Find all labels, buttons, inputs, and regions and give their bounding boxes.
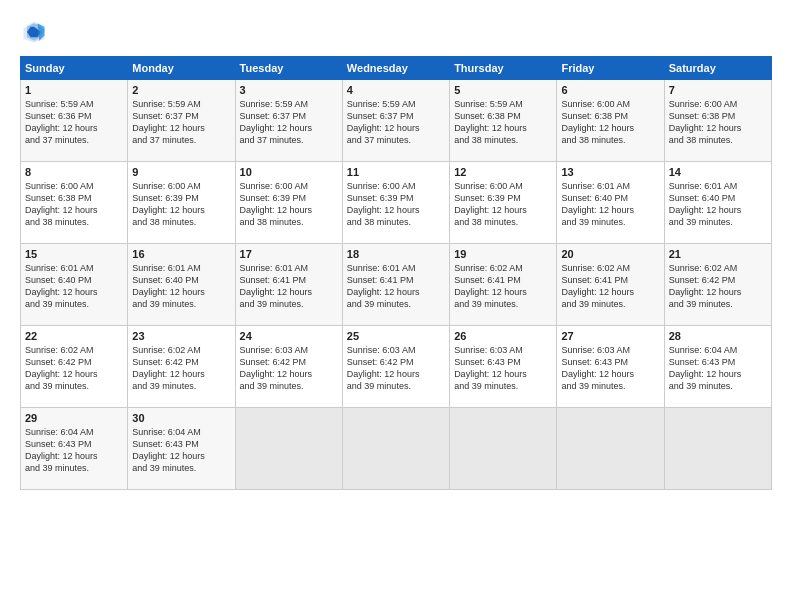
day-number: 18 (347, 248, 445, 260)
calendar-week-1: 1Sunrise: 5:59 AMSunset: 6:36 PMDaylight… (21, 80, 772, 162)
calendar-header-saturday: Saturday (664, 57, 771, 80)
cell-info: Sunrise: 6:01 AMSunset: 6:41 PMDaylight:… (240, 262, 338, 311)
calendar-cell: 13Sunrise: 6:01 AMSunset: 6:40 PMDayligh… (557, 162, 664, 244)
day-number: 14 (669, 166, 767, 178)
calendar-cell: 12Sunrise: 6:00 AMSunset: 6:39 PMDayligh… (450, 162, 557, 244)
calendar-cell: 26Sunrise: 6:03 AMSunset: 6:43 PMDayligh… (450, 326, 557, 408)
day-number: 9 (132, 166, 230, 178)
calendar-cell: 7Sunrise: 6:00 AMSunset: 6:38 PMDaylight… (664, 80, 771, 162)
cell-info: Sunrise: 6:00 AMSunset: 6:39 PMDaylight:… (454, 180, 552, 229)
calendar-header-sunday: Sunday (21, 57, 128, 80)
day-number: 8 (25, 166, 123, 178)
calendar-cell: 22Sunrise: 6:02 AMSunset: 6:42 PMDayligh… (21, 326, 128, 408)
cell-info: Sunrise: 6:00 AMSunset: 6:39 PMDaylight:… (347, 180, 445, 229)
calendar-cell: 27Sunrise: 6:03 AMSunset: 6:43 PMDayligh… (557, 326, 664, 408)
calendar-cell: 1Sunrise: 5:59 AMSunset: 6:36 PMDaylight… (21, 80, 128, 162)
cell-info: Sunrise: 5:59 AMSunset: 6:37 PMDaylight:… (132, 98, 230, 147)
cell-info: Sunrise: 6:02 AMSunset: 6:41 PMDaylight:… (561, 262, 659, 311)
calendar-cell: 17Sunrise: 6:01 AMSunset: 6:41 PMDayligh… (235, 244, 342, 326)
day-number: 24 (240, 330, 338, 342)
cell-info: Sunrise: 6:00 AMSunset: 6:38 PMDaylight:… (669, 98, 767, 147)
calendar-cell: 19Sunrise: 6:02 AMSunset: 6:41 PMDayligh… (450, 244, 557, 326)
calendar-cell: 20Sunrise: 6:02 AMSunset: 6:41 PMDayligh… (557, 244, 664, 326)
calendar-cell: 16Sunrise: 6:01 AMSunset: 6:40 PMDayligh… (128, 244, 235, 326)
cell-info: Sunrise: 6:00 AMSunset: 6:39 PMDaylight:… (132, 180, 230, 229)
calendar-header-friday: Friday (557, 57, 664, 80)
cell-info: Sunrise: 6:02 AMSunset: 6:41 PMDaylight:… (454, 262, 552, 311)
calendar-cell: 9Sunrise: 6:00 AMSunset: 6:39 PMDaylight… (128, 162, 235, 244)
cell-info: Sunrise: 5:59 AMSunset: 6:37 PMDaylight:… (240, 98, 338, 147)
calendar-cell: 11Sunrise: 6:00 AMSunset: 6:39 PMDayligh… (342, 162, 449, 244)
day-number: 26 (454, 330, 552, 342)
day-number: 20 (561, 248, 659, 260)
day-number: 10 (240, 166, 338, 178)
logo (20, 18, 52, 46)
calendar-cell: 5Sunrise: 5:59 AMSunset: 6:38 PMDaylight… (450, 80, 557, 162)
day-number: 21 (669, 248, 767, 260)
calendar-week-3: 15Sunrise: 6:01 AMSunset: 6:40 PMDayligh… (21, 244, 772, 326)
calendar-cell: 10Sunrise: 6:00 AMSunset: 6:39 PMDayligh… (235, 162, 342, 244)
day-number: 28 (669, 330, 767, 342)
calendar-cell: 8Sunrise: 6:00 AMSunset: 6:38 PMDaylight… (21, 162, 128, 244)
day-number: 22 (25, 330, 123, 342)
day-number: 2 (132, 84, 230, 96)
day-number: 15 (25, 248, 123, 260)
cell-info: Sunrise: 6:02 AMSunset: 6:42 PMDaylight:… (669, 262, 767, 311)
cell-info: Sunrise: 6:02 AMSunset: 6:42 PMDaylight:… (25, 344, 123, 393)
cell-info: Sunrise: 6:04 AMSunset: 6:43 PMDaylight:… (25, 426, 123, 475)
calendar-cell: 18Sunrise: 6:01 AMSunset: 6:41 PMDayligh… (342, 244, 449, 326)
calendar-cell: 28Sunrise: 6:04 AMSunset: 6:43 PMDayligh… (664, 326, 771, 408)
calendar-cell (235, 408, 342, 490)
day-number: 29 (25, 412, 123, 424)
calendar-cell: 4Sunrise: 5:59 AMSunset: 6:37 PMDaylight… (342, 80, 449, 162)
calendar-cell: 14Sunrise: 6:01 AMSunset: 6:40 PMDayligh… (664, 162, 771, 244)
calendar-week-4: 22Sunrise: 6:02 AMSunset: 6:42 PMDayligh… (21, 326, 772, 408)
calendar-header-monday: Monday (128, 57, 235, 80)
day-number: 6 (561, 84, 659, 96)
day-number: 7 (669, 84, 767, 96)
cell-info: Sunrise: 6:01 AMSunset: 6:40 PMDaylight:… (669, 180, 767, 229)
calendar-header-thursday: Thursday (450, 57, 557, 80)
cell-info: Sunrise: 6:03 AMSunset: 6:42 PMDaylight:… (240, 344, 338, 393)
cell-info: Sunrise: 6:03 AMSunset: 6:42 PMDaylight:… (347, 344, 445, 393)
calendar-cell: 2Sunrise: 5:59 AMSunset: 6:37 PMDaylight… (128, 80, 235, 162)
calendar-cell: 3Sunrise: 5:59 AMSunset: 6:37 PMDaylight… (235, 80, 342, 162)
day-number: 5 (454, 84, 552, 96)
calendar-cell (664, 408, 771, 490)
cell-info: Sunrise: 6:00 AMSunset: 6:38 PMDaylight:… (561, 98, 659, 147)
cell-info: Sunrise: 6:01 AMSunset: 6:41 PMDaylight:… (347, 262, 445, 311)
cell-info: Sunrise: 5:59 AMSunset: 6:36 PMDaylight:… (25, 98, 123, 147)
calendar-cell: 21Sunrise: 6:02 AMSunset: 6:42 PMDayligh… (664, 244, 771, 326)
day-number: 4 (347, 84, 445, 96)
day-number: 11 (347, 166, 445, 178)
calendar-cell: 29Sunrise: 6:04 AMSunset: 6:43 PMDayligh… (21, 408, 128, 490)
cell-info: Sunrise: 6:00 AMSunset: 6:39 PMDaylight:… (240, 180, 338, 229)
calendar-week-2: 8Sunrise: 6:00 AMSunset: 6:38 PMDaylight… (21, 162, 772, 244)
cell-info: Sunrise: 6:04 AMSunset: 6:43 PMDaylight:… (132, 426, 230, 475)
day-number: 1 (25, 84, 123, 96)
logo-icon (20, 18, 48, 46)
calendar-header-wednesday: Wednesday (342, 57, 449, 80)
calendar-cell (557, 408, 664, 490)
day-number: 30 (132, 412, 230, 424)
cell-info: Sunrise: 6:01 AMSunset: 6:40 PMDaylight:… (561, 180, 659, 229)
cell-info: Sunrise: 6:03 AMSunset: 6:43 PMDaylight:… (454, 344, 552, 393)
calendar-cell (342, 408, 449, 490)
day-number: 12 (454, 166, 552, 178)
cell-info: Sunrise: 5:59 AMSunset: 6:37 PMDaylight:… (347, 98, 445, 147)
calendar-cell (450, 408, 557, 490)
cell-info: Sunrise: 6:01 AMSunset: 6:40 PMDaylight:… (132, 262, 230, 311)
page: SundayMondayTuesdayWednesdayThursdayFrid… (0, 0, 792, 612)
cell-info: Sunrise: 6:01 AMSunset: 6:40 PMDaylight:… (25, 262, 123, 311)
day-number: 16 (132, 248, 230, 260)
calendar: SundayMondayTuesdayWednesdayThursdayFrid… (20, 56, 772, 490)
calendar-header-tuesday: Tuesday (235, 57, 342, 80)
cell-info: Sunrise: 6:03 AMSunset: 6:43 PMDaylight:… (561, 344, 659, 393)
calendar-header-row: SundayMondayTuesdayWednesdayThursdayFrid… (21, 57, 772, 80)
calendar-cell: 23Sunrise: 6:02 AMSunset: 6:42 PMDayligh… (128, 326, 235, 408)
calendar-cell: 30Sunrise: 6:04 AMSunset: 6:43 PMDayligh… (128, 408, 235, 490)
day-number: 3 (240, 84, 338, 96)
day-number: 19 (454, 248, 552, 260)
calendar-week-5: 29Sunrise: 6:04 AMSunset: 6:43 PMDayligh… (21, 408, 772, 490)
calendar-cell: 24Sunrise: 6:03 AMSunset: 6:42 PMDayligh… (235, 326, 342, 408)
